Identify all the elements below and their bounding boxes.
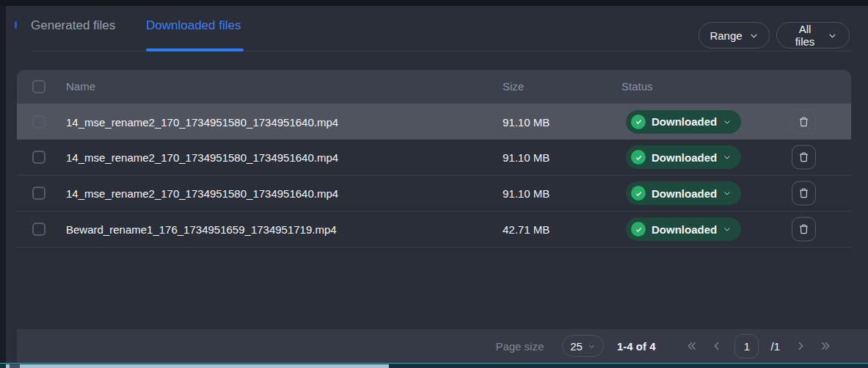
next-page-button[interactable] [793, 339, 808, 353]
row-checkbox[interactable] [32, 115, 45, 129]
window-left-edge [0, 6, 6, 364]
horizontal-scrollbar[interactable] [0, 363, 868, 368]
table-row[interactable]: 14_mse_rename2_170_1734951580_1734951640… [17, 140, 851, 176]
results-range-text: 1-4 of 4 [617, 340, 656, 353]
chevron-right-icon [795, 340, 806, 352]
chevron-down-icon [723, 118, 732, 126]
trash-icon [798, 151, 810, 164]
all-files-filter-label: All files [789, 23, 821, 48]
status-badge[interactable]: Downloaded [626, 181, 741, 205]
check-icon [631, 186, 646, 201]
status-label: Downloaded [652, 223, 717, 236]
trash-icon [798, 187, 810, 200]
file-size: 91.10 MB [503, 151, 550, 164]
current-page-field[interactable]: 1 [734, 334, 759, 358]
status-badge[interactable]: Downloaded [626, 145, 741, 169]
active-tab-underline [146, 48, 244, 51]
chevron-down-icon [723, 225, 732, 234]
delete-button[interactable] [792, 145, 816, 170]
trash-icon [798, 115, 810, 128]
table-header: Name Size Status [17, 70, 851, 104]
status-cell: Downloaded [626, 145, 741, 169]
table-row[interactable]: 14_mse_rename2_170_1734951580_1734951640… [17, 104, 851, 140]
tab-generated-files[interactable]: Generated files [31, 18, 115, 33]
select-all-checkbox[interactable] [32, 80, 45, 93]
chevron-left-icon [711, 340, 723, 352]
status-cell: Downloaded [626, 181, 741, 205]
status-label: Downloaded [652, 115, 717, 128]
horizontal-scrollbar-notch [10, 364, 20, 368]
row-checkbox[interactable] [32, 223, 45, 236]
column-header-name: Name [66, 80, 95, 93]
range-filter-label: Range [710, 29, 742, 42]
row-checkbox[interactable] [32, 187, 45, 200]
status-badge[interactable]: Downloaded [626, 217, 741, 241]
trash-icon [798, 223, 810, 236]
downloads-screen: Generated files Downloaded files Range A… [0, 0, 868, 368]
page-size-value: 25 [570, 340, 583, 353]
check-icon [631, 150, 646, 165]
files-table: Name Size Status 14_mse_rename2_170_1734… [17, 70, 851, 248]
range-filter-button[interactable]: Range [699, 22, 770, 48]
chevron-down-icon [749, 31, 759, 40]
column-header-status: Status [621, 80, 653, 93]
check-icon [631, 115, 646, 129]
status-label: Downloaded [652, 151, 717, 164]
tab-downloaded-files[interactable]: Downloaded files [146, 18, 241, 33]
previous-page-button[interactable] [710, 339, 724, 353]
file-size: 91.10 MB [503, 187, 550, 200]
check-icon [631, 222, 646, 237]
row-checkbox[interactable] [32, 151, 45, 164]
page-size-label: Page size [495, 340, 544, 353]
scrolled-content-hint [15, 21, 17, 29]
file-size: 91.10 MB [503, 115, 550, 128]
file-name: 14_mse_rename2_170_1734951580_1734951640… [66, 115, 338, 128]
double-chevron-right-icon [820, 340, 831, 352]
last-page-button[interactable] [818, 339, 833, 353]
file-name: 14_mse_rename2_170_1734951580_1734951640… [66, 151, 338, 164]
first-page-button[interactable] [685, 339, 699, 353]
chevron-down-icon [723, 153, 732, 162]
delete-button[interactable] [792, 181, 816, 206]
page-size-select[interactable]: 25 [562, 335, 604, 357]
status-cell: Downloaded [626, 217, 741, 241]
chevron-down-icon [828, 31, 837, 40]
table-row[interactable]: 14_mse_rename2_170_1734951580_1734951640… [17, 176, 851, 212]
pagination-bar: Page size 25 1-4 of 4 1 /1 [17, 329, 868, 363]
status-cell: Downloaded [626, 110, 741, 134]
table-row[interactable]: Beward_rename1_176_1734951659_1734951719… [17, 212, 851, 248]
status-label: Downloaded [652, 187, 717, 200]
delete-button[interactable] [792, 109, 816, 134]
window-top-edge [0, 0, 868, 6]
total-pages-text: /1 [770, 340, 780, 353]
delete-button[interactable] [792, 217, 816, 242]
chevron-down-icon [723, 189, 732, 198]
chevron-down-icon [588, 342, 596, 350]
pagination-controls: 1 /1 [685, 334, 833, 358]
horizontal-scrollbar-thumb[interactable] [6, 364, 389, 368]
status-badge[interactable]: Downloaded [626, 110, 741, 134]
column-header-size: Size [503, 80, 524, 93]
table-body: 14_mse_rename2_170_1734951580_1734951640… [17, 104, 851, 248]
all-files-filter-button[interactable]: All files [776, 22, 850, 48]
double-chevron-left-icon [686, 340, 698, 352]
file-name: 14_mse_rename2_170_1734951580_1734951640… [66, 187, 338, 200]
file-size: 42.71 MB [503, 223, 550, 236]
file-name: Beward_rename1_176_1734951659_1734951719… [66, 223, 337, 236]
